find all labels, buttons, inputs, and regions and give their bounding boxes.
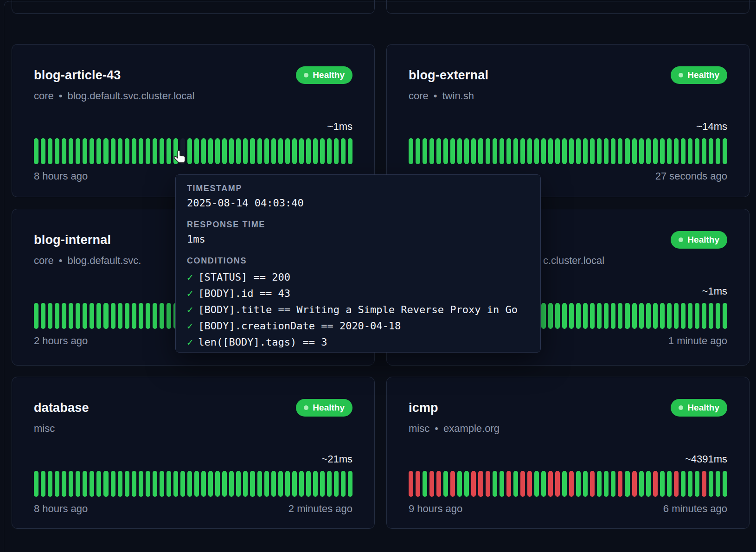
uptime-bar[interactable] [618, 303, 622, 329]
uptime-bar[interactable] [653, 471, 658, 497]
uptime-bar[interactable] [471, 138, 476, 164]
uptime-bar[interactable] [667, 303, 672, 329]
uptime-bar[interactable] [674, 471, 679, 497]
endpoint-card-partial[interactable] [12, 0, 375, 14]
uptime-bar[interactable] [299, 138, 304, 164]
uptime-bar[interactable] [520, 471, 525, 497]
uptime-bar[interactable] [597, 138, 602, 164]
uptime-bar[interactable] [443, 471, 448, 497]
uptime-bar[interactable] [313, 471, 318, 497]
uptime-bar[interactable] [278, 471, 283, 497]
uptime-bar[interactable] [48, 138, 52, 164]
uptime-bar[interactable] [278, 138, 283, 164]
uptime-bar[interactable] [604, 303, 609, 329]
uptime-bar[interactable] [681, 303, 686, 329]
uptime-bar[interactable] [583, 303, 588, 329]
uptime-bar[interactable] [48, 471, 52, 497]
uptime-bar[interactable] [436, 471, 441, 497]
uptime-bar[interactable] [478, 471, 483, 497]
uptime-bar[interactable] [646, 303, 651, 329]
uptime-bar[interactable] [103, 303, 108, 329]
uptime-bar[interactable] [555, 303, 560, 329]
uptime-bar[interactable] [576, 303, 581, 329]
uptime-bar[interactable] [702, 138, 706, 164]
uptime-bar[interactable] [55, 471, 59, 497]
uptime-bar[interactable] [348, 471, 352, 497]
uptime-bar[interactable] [618, 138, 622, 164]
uptime-bar[interactable] [569, 471, 574, 497]
uptime-bar[interactable] [139, 138, 143, 164]
uptime-bar[interactable] [513, 471, 518, 497]
uptime-bar[interactable] [653, 138, 658, 164]
uptime-bar[interactable] [229, 138, 234, 164]
uptime-bar[interactable] [153, 303, 157, 329]
uptime-bar[interactable] [604, 138, 609, 164]
uptime-bar[interactable] [569, 303, 574, 329]
uptime-bar[interactable] [83, 138, 87, 164]
uptime-bar[interactable] [646, 138, 651, 164]
uptime-bar[interactable] [90, 138, 94, 164]
uptime-bar[interactable] [541, 303, 546, 329]
uptime-bar[interactable] [709, 471, 713, 497]
uptime-bar[interactable] [215, 471, 220, 497]
uptime-bar[interactable] [132, 138, 136, 164]
uptime-bar[interactable] [562, 471, 567, 497]
uptime-bar[interactable] [257, 471, 262, 497]
uptime-bar[interactable] [153, 138, 157, 164]
uptime-bar[interactable] [541, 471, 546, 497]
uptime-bar[interactable] [493, 138, 497, 164]
uptime-bar[interactable] [243, 471, 248, 497]
uptime-bar[interactable] [709, 138, 713, 164]
uptime-bar[interactable] [125, 303, 129, 329]
uptime-bar[interactable] [62, 303, 66, 329]
uptime-bar[interactable] [695, 471, 699, 497]
uptime-bar[interactable] [111, 471, 115, 497]
uptime-bar[interactable] [555, 138, 560, 164]
uptime-bar[interactable] [625, 471, 629, 497]
uptime-bar[interactable] [146, 138, 150, 164]
uptime-bar[interactable] [646, 471, 651, 497]
uptime-bar[interactable] [590, 138, 595, 164]
uptime-bar[interactable] [208, 138, 213, 164]
uptime-bar[interactable] [41, 303, 45, 329]
uptime-bar[interactable] [139, 303, 143, 329]
uptime-bar[interactable] [62, 138, 66, 164]
uptime-bar[interactable] [534, 471, 539, 497]
uptime-bar[interactable] [702, 471, 706, 497]
uptime-bar[interactable] [590, 471, 595, 497]
uptime-bar[interactable] [96, 138, 101, 164]
uptime-bar[interactable] [69, 138, 73, 164]
uptime-bar[interactable] [194, 471, 199, 497]
uptime-bar[interactable] [429, 138, 434, 164]
uptime-bar[interactable] [76, 471, 80, 497]
uptime-bar[interactable] [341, 138, 346, 164]
uptime-bar[interactable] [723, 471, 727, 497]
uptime-bar[interactable] [146, 303, 150, 329]
uptime-bar[interactable] [639, 471, 644, 497]
uptime-bar[interactable] [471, 471, 476, 497]
uptime-bar[interactable] [583, 471, 588, 497]
uptime-bar[interactable] [527, 138, 532, 164]
uptime-bar[interactable] [222, 138, 227, 164]
uptime-bar[interactable] [611, 303, 615, 329]
uptime-bar[interactable] [103, 138, 108, 164]
uptime-bar[interactable] [306, 138, 311, 164]
uptime-bar[interactable] [271, 138, 276, 164]
uptime-bar[interactable] [76, 303, 80, 329]
uptime-bar[interactable] [96, 303, 101, 329]
uptime-bar[interactable] [48, 303, 52, 329]
uptime-bar[interactable] [250, 471, 255, 497]
uptime-bar[interactable] [187, 471, 192, 497]
uptime-bar[interactable] [334, 138, 339, 164]
uptime-bar[interactable] [548, 471, 553, 497]
uptime-bar[interactable] [222, 471, 227, 497]
uptime-bar[interactable] [457, 138, 462, 164]
uptime-bar[interactable] [125, 471, 129, 497]
uptime-bar[interactable] [111, 138, 115, 164]
uptime-bar[interactable] [285, 471, 290, 497]
uptime-bar[interactable] [688, 471, 692, 497]
uptime-bar[interactable] [236, 138, 241, 164]
uptime-bar[interactable] [118, 303, 122, 329]
uptime-bar[interactable] [597, 471, 602, 497]
uptime-bar[interactable] [167, 303, 171, 329]
